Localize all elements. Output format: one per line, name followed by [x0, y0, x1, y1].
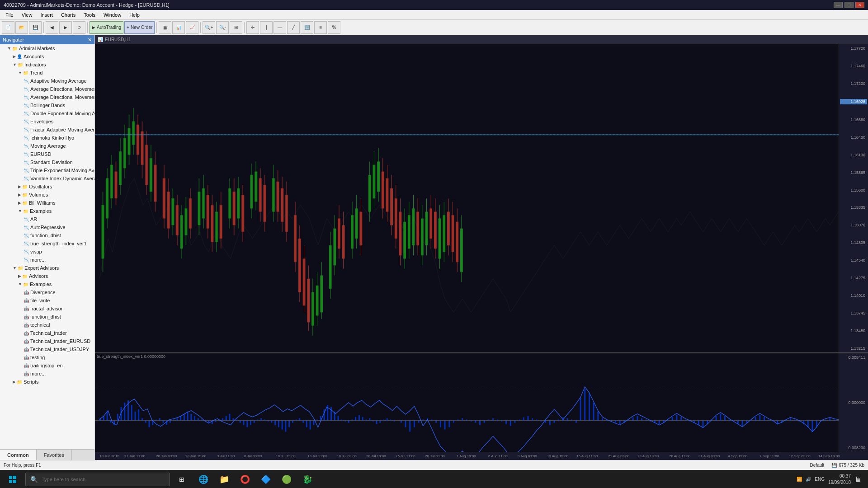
tb-neworder[interactable]: +New Order [124, 21, 155, 34]
nav-adx2[interactable]: 📉 Average Directional Movement I [0, 93, 94, 101]
nav-admiral-markets[interactable]: ▼ 📁 Admiral Markets [0, 44, 94, 52]
tray-notification[interactable]: 🖥 [854, 475, 862, 483]
tb-period[interactable]: | [260, 21, 273, 34]
nav-advisors[interactable]: ▶ 📁 Advisors [0, 272, 94, 280]
nav-adaptive-ma[interactable]: 📉 Adaptive Moving Average [0, 77, 94, 85]
nav-adx1[interactable]: 📉 Average Directional Movement I [0, 85, 94, 93]
svg-rect-342 [9, 480, 12, 483]
taskbar-ie[interactable]: 🌐 [193, 470, 213, 488]
nav-technical-trader[interactable]: 🤖 Technical_trader [0, 329, 94, 337]
nav-examples-ea[interactable]: ▼ 📁 Examples [0, 280, 94, 288]
system-tray: 📶 🔊 ENG 00:37 19/09/2018 🖥 [792, 473, 866, 486]
nav-scripts[interactable]: ▶ 📁 Scripts [0, 378, 94, 386]
search-input[interactable] [42, 477, 165, 482]
taskbar-app5[interactable]: 🟢 [277, 470, 297, 488]
nav-fractal-advisor[interactable]: 🤖 fractal_advisor [0, 305, 94, 313]
time-label-6: 6 Jul 03:00 [244, 454, 262, 458]
tb-new[interactable]: 📄 [2, 21, 14, 34]
taskbar-explorer[interactable]: 📁 [214, 470, 234, 488]
tb-forward[interactable]: ▶ [59, 21, 72, 34]
nav-stddev[interactable]: 📉 Standard Deviation [0, 158, 94, 166]
current-price: 1.16928 [840, 99, 867, 104]
nav-frama[interactable]: 📉 Fractal Adaptive Moving Averag [0, 126, 94, 134]
nav-bollinger[interactable]: 📉 Bollinger Bands [0, 101, 94, 109]
tb-open[interactable]: 📂 [15, 21, 28, 34]
nav-technical-eurusd[interactable]: 🤖 Technical_trader_EURUSD [0, 337, 94, 345]
nav-technical-usdjpy[interactable]: 🤖 Technical_trader_USDJPY [0, 345, 94, 353]
time-label-24: 12 Sep 03:00 [789, 454, 811, 458]
tb-autotrading[interactable]: ▶AutoTrading [90, 21, 123, 34]
tb-back[interactable]: ◀ [46, 21, 58, 34]
menu-insert[interactable]: Insert [37, 11, 57, 19]
price-chart[interactable]: 1.17720 1.17460 1.17200 1.16928 1.16660 … [95, 44, 868, 352]
nav-tema[interactable]: 📉 Triple Exponential Moving Avera [0, 166, 94, 174]
taskbar-search[interactable]: 🔍 [25, 473, 170, 486]
nav-scripts-label: Scripts [24, 379, 39, 385]
menu-tools[interactable]: Tools [80, 11, 99, 19]
tb-bar[interactable]: ▦ [159, 21, 171, 34]
nav-autoregressive[interactable]: 📉 AutoRegressive [0, 223, 94, 231]
taskbar-app3[interactable]: ⭕ [235, 470, 255, 488]
tb-more1[interactable]: 🔢 [301, 21, 313, 34]
tb-zoom-in[interactable]: 🔍+ [203, 21, 215, 34]
nav-file-write[interactable]: 🤖 file_write [0, 296, 94, 305]
maximize-button[interactable]: □ [844, 2, 854, 8]
nav-indicators[interactable]: ▼ 📁 Indicators [0, 61, 94, 69]
nav-tab-common[interactable]: Common [0, 450, 37, 460]
nav-tsi[interactable]: 📉 true_strength_index_ver1 [0, 239, 94, 248]
tb-trendline[interactable]: ╱ [287, 21, 300, 34]
menu-help[interactable]: Help [126, 11, 143, 19]
tb-zoom-out[interactable]: 🔍- [216, 21, 229, 34]
nav-volumes[interactable]: ▶ 📁 Volumes [0, 191, 94, 199]
price-1.14805: 1.14805 [840, 240, 867, 245]
tb-more2[interactable]: ≡ [314, 21, 327, 34]
menu-file[interactable]: File [2, 11, 17, 19]
start-button[interactable] [2, 470, 24, 488]
tb-percent[interactable]: % [328, 21, 340, 34]
taskbar-app4[interactable]: 🔷 [256, 470, 276, 488]
tb-line[interactable]: 📈 [186, 21, 198, 34]
nav-function-dhist[interactable]: 📉 function_dhist [0, 231, 94, 239]
minimize-button[interactable]: — [834, 2, 843, 8]
nav-vwap[interactable]: 📉 vwap [0, 248, 94, 256]
oscillator-chart[interactable]: true_strength_index_ver1 0.00000000 [95, 352, 868, 452]
nav-parabolic[interactable]: 📉 EURUSD [0, 150, 94, 158]
nav-more-ind[interactable]: 📉 more... [0, 256, 94, 264]
menu-charts[interactable]: Charts [57, 11, 79, 19]
robot-icon-2: 🤖 [24, 298, 29, 303]
nav-examples-ind[interactable]: ▼ 📁 Examples [0, 207, 94, 215]
tb-refresh[interactable]: ↺ [73, 21, 85, 34]
tb-grid[interactable]: ⊞ [230, 21, 242, 34]
nav-ma[interactable]: 📉 Moving Average [0, 142, 94, 150]
tb-hline[interactable]: — [274, 21, 286, 34]
nav-trend[interactable]: ▼ 📁 Trend [0, 69, 94, 77]
menu-view[interactable]: View [18, 11, 36, 19]
nav-billwilliams[interactable]: ▶ 📁 Bill Williams [0, 199, 94, 207]
navigator-close-icon[interactable]: ✕ [88, 37, 92, 43]
taskbar-app6[interactable]: 🐉 [297, 470, 317, 488]
nav-vida[interactable]: 📉 Variable Index Dynamic Average [0, 174, 94, 183]
billwilliams-folder-icon: 📁 [22, 201, 28, 206]
nav-ar[interactable]: 📉 AR [0, 215, 94, 223]
menu-window[interactable]: Window [100, 11, 125, 19]
nav-oscillators[interactable]: ▶ 📁 Oscillators [0, 183, 94, 191]
nav-testing[interactable]: 🤖 testing [0, 353, 94, 361]
nav-expert-advisors[interactable]: ▼ 📁 Expert Advisors [0, 264, 94, 272]
nav-envelopes[interactable]: 📉 Envelopes [0, 117, 94, 126]
nav-tab-favorites[interactable]: Favorites [37, 450, 72, 460]
nav-ichimoku[interactable]: 📉 Ichimoku Kinko Hyo [0, 134, 94, 142]
nav-trailingstop[interactable]: 🤖 trailingstop_en [0, 361, 94, 370]
nav-dema[interactable]: 📉 Double Exponential Moving Aver [0, 109, 94, 117]
nav-divergence[interactable]: 🤖 Divergence [0, 288, 94, 296]
tb-save[interactable]: 💾 [29, 21, 42, 34]
time-label-14: 6 Aug 11:00 [488, 454, 508, 458]
toolbar: 📄 📂 💾 ◀ ▶ ↺ ▶AutoTrading +New Order ▦ 📊 … [0, 20, 868, 35]
tb-crosshair[interactable]: ✛ [246, 21, 259, 34]
nav-technical[interactable]: 🤖 technical [0, 321, 94, 329]
nav-accounts[interactable]: ▶ 👤 Accounts [0, 52, 94, 61]
tb-candle[interactable]: 📊 [172, 21, 185, 34]
nav-more-ea[interactable]: 🤖 more... [0, 370, 94, 378]
close-button[interactable]: ✕ [855, 2, 864, 8]
taskview-button[interactable]: ⊞ [172, 470, 192, 488]
nav-ea-function-dhist[interactable]: 🤖 function_dhist [0, 313, 94, 321]
